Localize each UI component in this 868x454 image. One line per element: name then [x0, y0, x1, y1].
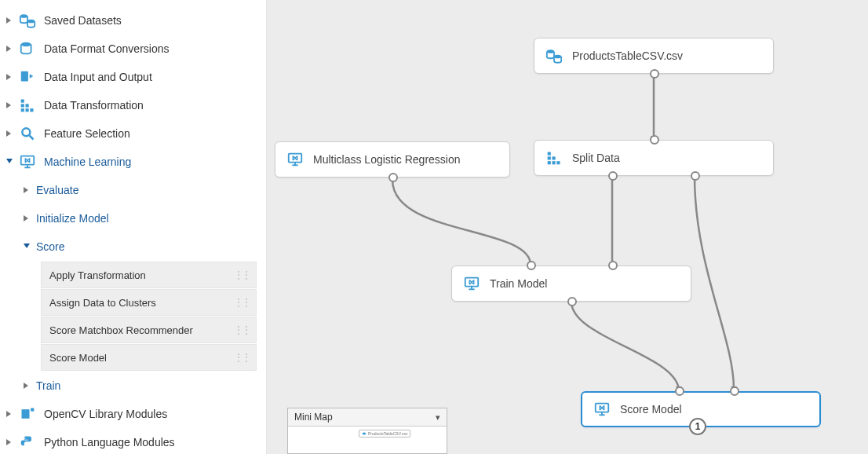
svg-point-1	[20, 14, 27, 18]
tree-item-evaluate[interactable]: Evaluate	[0, 176, 266, 204]
experiment-canvas[interactable]: ProductsTableCSV.csv Multiclass Logistic…	[267, 0, 868, 454]
node-label: Score Model	[620, 403, 682, 416]
data-transform-icon	[19, 97, 36, 114]
svg-marker-5	[6, 74, 11, 80]
output-port-1[interactable]	[608, 171, 618, 181]
chevron-right-icon	[5, 72, 14, 82]
tree-item-data-io[interactable]: Data Input and Output	[0, 63, 266, 91]
tree-item-python[interactable]: Python Language Modules	[0, 428, 266, 454]
minimap-header[interactable]: Mini Map ▾	[288, 408, 447, 427]
output-port[interactable]	[388, 173, 398, 182]
chevron-right-icon	[22, 214, 31, 223]
svg-marker-21	[24, 187, 28, 193]
svg-rect-12	[26, 108, 29, 112]
svg-point-15	[22, 128, 30, 136]
database-arrow-icon	[19, 40, 36, 57]
svg-rect-48	[556, 161, 560, 164]
data-transform-icon	[545, 149, 563, 167]
database-icon	[545, 47, 563, 64]
svg-line-16	[30, 136, 34, 140]
chevron-right-icon	[5, 101, 14, 110]
ml-icon	[463, 275, 480, 292]
chevron-down-icon	[5, 157, 14, 167]
input-port-1[interactable]	[675, 386, 684, 396]
grip-icon: ⋮⋮	[234, 352, 250, 363]
svg-rect-44	[548, 156, 551, 159]
input-port-1[interactable]	[527, 261, 536, 270]
svg-point-2	[27, 20, 35, 24]
ml-icon	[286, 151, 304, 168]
output-port[interactable]	[567, 297, 577, 306]
tree-item-initialize-model[interactable]: Initialize Model	[0, 204, 266, 232]
module-label: Assign Data to Clusters	[49, 297, 156, 309]
tree-item-score[interactable]: Score	[0, 232, 266, 261]
svg-point-4	[21, 42, 31, 47]
chevron-right-icon	[22, 185, 31, 195]
module-label: Apply Transformation	[49, 269, 146, 281]
input-port-2[interactable]	[608, 261, 618, 270]
tree-item-saved-datasets[interactable]: Saved Datasets	[0, 6, 266, 35]
input-port-2[interactable]	[730, 386, 739, 396]
module-label: Score Model	[49, 352, 107, 364]
tree-item-data-format[interactable]: Data Format Conversions	[0, 35, 266, 63]
opencv-icon	[19, 405, 36, 423]
input-port[interactable]	[650, 135, 659, 145]
svg-rect-27	[31, 408, 34, 412]
svg-marker-14	[6, 130, 11, 137]
svg-rect-13	[30, 108, 33, 112]
minimap-body[interactable]: ProductsTableCSV.csv	[288, 427, 447, 453]
node-label: ProductsTableCSV.csv	[572, 49, 683, 62]
ml-icon	[19, 153, 36, 170]
chevron-right-icon	[5, 438, 14, 447]
svg-point-29	[24, 438, 26, 439]
output-badge[interactable]: 1	[689, 418, 706, 435]
module-label: Score Matchbox Recommender	[49, 324, 193, 336]
output-port-2[interactable]	[691, 171, 700, 181]
svg-marker-7	[6, 102, 11, 108]
module-score-model[interactable]: Score Model ⋮⋮	[41, 344, 257, 371]
tree-item-opencv[interactable]: OpenCV Library Modules	[0, 400, 266, 428]
node-split-data[interactable]: Split Data	[534, 140, 774, 176]
module-assign-data-clusters[interactable]: Assign Data to Clusters ⋮⋮	[41, 289, 257, 316]
grip-icon: ⋮⋮	[234, 324, 250, 335]
python-icon	[19, 434, 36, 451]
tree-item-feature-selection[interactable]: Feature Selection	[0, 119, 266, 148]
svg-rect-8	[21, 100, 24, 103]
svg-marker-24	[24, 383, 28, 389]
module-apply-transformation[interactable]: Apply Transformation ⋮⋮	[41, 262, 257, 288]
tree-label: Data Format Conversions	[44, 42, 170, 55]
svg-rect-11	[21, 108, 24, 112]
module-score-matchbox[interactable]: Score Matchbox Recommender ⋮⋮	[41, 317, 257, 343]
svg-point-39	[554, 55, 561, 59]
svg-point-38	[547, 49, 554, 53]
output-port[interactable]	[650, 69, 659, 79]
chevron-right-icon	[5, 409, 14, 419]
minimap-node: ProductsTableCSV.csv	[359, 430, 410, 438]
tree-label: Machine Learning	[44, 156, 131, 168]
svg-point-55	[363, 433, 367, 435]
chevron-right-icon	[5, 129, 14, 138]
svg-rect-45	[553, 156, 556, 159]
node-mlr[interactable]: Multiclass Logistic Regression	[275, 141, 510, 178]
tree-item-machine-learning[interactable]: Machine Learning	[0, 148, 266, 176]
tree-label: Train	[36, 379, 60, 392]
svg-rect-9	[21, 104, 24, 107]
sidebar: Saved Datasets Data Format Conversions D…	[0, 0, 267, 454]
chevron-right-icon	[5, 16, 14, 25]
minimap-title: Mini Map	[294, 412, 333, 423]
tree-item-data-transform[interactable]: Data Transformation	[0, 91, 266, 119]
tree-label: OpenCV Library Modules	[44, 408, 167, 420]
tree-item-train[interactable]: Train	[0, 372, 266, 400]
node-score-model[interactable]: Score Model 1	[581, 391, 821, 427]
tree-label: Initialize Model	[36, 212, 109, 225]
node-train-model[interactable]: Train Model	[451, 265, 691, 302]
svg-marker-3	[6, 46, 11, 52]
minimap[interactable]: Mini Map ▾ ProductsTableCSV.csv	[287, 408, 447, 454]
svg-marker-23	[24, 243, 30, 248]
ml-icon	[593, 401, 611, 418]
node-dataset[interactable]: ProductsTableCSV.csv	[534, 38, 774, 74]
node-label: Train Model	[490, 277, 547, 290]
magnifier-icon	[19, 125, 36, 142]
svg-marker-28	[6, 439, 11, 445]
chevron-right-icon	[5, 44, 14, 53]
